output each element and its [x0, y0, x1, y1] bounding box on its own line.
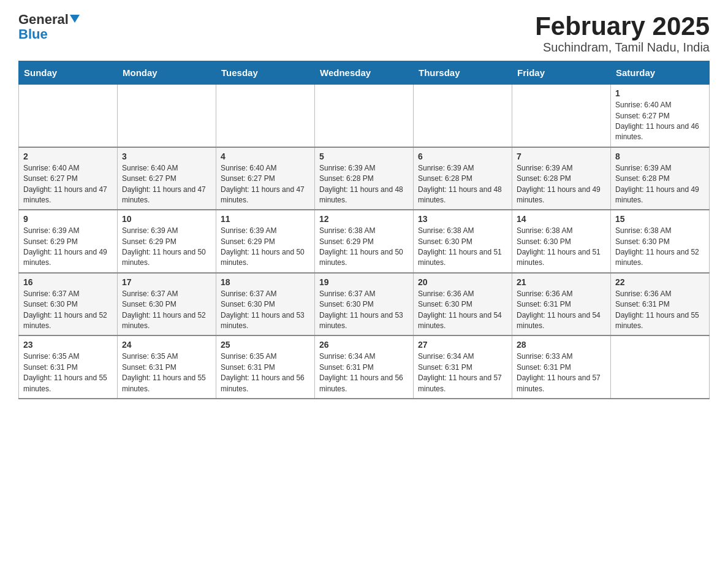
calendar-day-cell: 28Sunrise: 6:33 AM Sunset: 6:31 PM Dayli… [512, 335, 611, 399]
day-info: Sunrise: 6:40 AM Sunset: 6:27 PM Dayligh… [615, 100, 705, 143]
weekday-row: SundayMondayTuesdayWednesdayThursdayFrid… [19, 61, 710, 85]
calendar-day-cell: 13Sunrise: 6:38 AM Sunset: 6:30 PM Dayli… [414, 210, 512, 273]
day-info: Sunrise: 6:37 AM Sunset: 6:30 PM Dayligh… [221, 289, 310, 332]
calendar-day-cell [414, 85, 512, 147]
calendar-day-cell: 12Sunrise: 6:38 AM Sunset: 6:29 PM Dayli… [315, 210, 414, 273]
day-info: Sunrise: 6:33 AM Sunset: 6:31 PM Dayligh… [517, 351, 606, 394]
day-info: Sunrise: 6:38 AM Sunset: 6:30 PM Dayligh… [517, 226, 606, 269]
page-title: February 2025 [535, 12, 710, 40]
day-number: 27 [418, 340, 507, 350]
day-number: 28 [517, 340, 606, 350]
weekday-monday: Monday [118, 61, 216, 85]
calendar-day-cell: 5Sunrise: 6:39 AM Sunset: 6:28 PM Daylig… [315, 147, 414, 210]
calendar-day-cell: 2Sunrise: 6:40 AM Sunset: 6:27 PM Daylig… [19, 147, 118, 210]
day-number: 14 [517, 214, 606, 224]
day-info: Sunrise: 6:36 AM Sunset: 6:30 PM Dayligh… [418, 289, 507, 332]
calendar-day-cell: 4Sunrise: 6:40 AM Sunset: 6:27 PM Daylig… [216, 147, 315, 210]
calendar-day-cell: 19Sunrise: 6:37 AM Sunset: 6:30 PM Dayli… [315, 273, 414, 336]
logo-blue: Blue [18, 27, 80, 42]
calendar-day-cell: 7Sunrise: 6:39 AM Sunset: 6:28 PM Daylig… [512, 147, 611, 210]
day-number: 6 [418, 151, 507, 161]
logo-triangle-icon [70, 15, 80, 23]
day-info: Sunrise: 6:39 AM Sunset: 6:28 PM Dayligh… [517, 163, 606, 206]
page-subtitle: Suchindram, Tamil Nadu, India [535, 40, 710, 55]
calendar-day-cell: 14Sunrise: 6:38 AM Sunset: 6:30 PM Dayli… [512, 210, 611, 273]
day-number: 9 [23, 214, 113, 224]
calendar-day-cell [118, 85, 216, 147]
day-info: Sunrise: 6:34 AM Sunset: 6:31 PM Dayligh… [319, 351, 409, 394]
day-info: Sunrise: 6:35 AM Sunset: 6:31 PM Dayligh… [23, 351, 113, 394]
day-number: 2 [23, 151, 113, 161]
day-info: Sunrise: 6:39 AM Sunset: 6:29 PM Dayligh… [122, 226, 211, 269]
day-info: Sunrise: 6:38 AM Sunset: 6:29 PM Dayligh… [319, 226, 409, 269]
day-info: Sunrise: 6:40 AM Sunset: 6:27 PM Dayligh… [221, 163, 310, 206]
calendar-day-cell: 21Sunrise: 6:36 AM Sunset: 6:31 PM Dayli… [512, 273, 611, 336]
calendar-day-cell: 25Sunrise: 6:35 AM Sunset: 6:31 PM Dayli… [216, 335, 315, 399]
calendar-day-cell: 15Sunrise: 6:38 AM Sunset: 6:30 PM Dayli… [611, 210, 710, 273]
calendar-day-cell: 11Sunrise: 6:39 AM Sunset: 6:29 PM Dayli… [216, 210, 315, 273]
calendar-day-cell: 26Sunrise: 6:34 AM Sunset: 6:31 PM Dayli… [315, 335, 414, 399]
calendar-day-cell [216, 85, 315, 147]
calendar-day-cell: 10Sunrise: 6:39 AM Sunset: 6:29 PM Dayli… [118, 210, 216, 273]
day-number: 22 [615, 277, 705, 287]
page-header: General Blue February 2025 Suchindram, T… [18, 12, 710, 55]
day-number: 4 [221, 151, 310, 161]
day-number: 15 [615, 214, 705, 224]
calendar-week-row: 1Sunrise: 6:40 AM Sunset: 6:27 PM Daylig… [19, 85, 710, 147]
calendar-day-cell: 8Sunrise: 6:39 AM Sunset: 6:28 PM Daylig… [611, 147, 710, 210]
day-number: 23 [23, 340, 113, 350]
calendar-body: 1Sunrise: 6:40 AM Sunset: 6:27 PM Daylig… [19, 85, 710, 399]
title-block: February 2025 Suchindram, Tamil Nadu, In… [535, 12, 710, 55]
day-info: Sunrise: 6:35 AM Sunset: 6:31 PM Dayligh… [221, 351, 310, 394]
day-number: 10 [122, 214, 211, 224]
day-info: Sunrise: 6:38 AM Sunset: 6:30 PM Dayligh… [615, 226, 705, 269]
weekday-tuesday: Tuesday [216, 61, 315, 85]
calendar-day-cell: 3Sunrise: 6:40 AM Sunset: 6:27 PM Daylig… [118, 147, 216, 210]
calendar-day-cell [19, 85, 118, 147]
day-number: 5 [319, 151, 409, 161]
logo: General Blue [18, 12, 80, 42]
day-number: 3 [122, 151, 211, 161]
day-info: Sunrise: 6:37 AM Sunset: 6:30 PM Dayligh… [122, 289, 211, 332]
day-info: Sunrise: 6:39 AM Sunset: 6:29 PM Dayligh… [23, 226, 113, 269]
calendar-day-cell: 24Sunrise: 6:35 AM Sunset: 6:31 PM Dayli… [118, 335, 216, 399]
day-number: 21 [517, 277, 606, 287]
day-info: Sunrise: 6:38 AM Sunset: 6:30 PM Dayligh… [418, 226, 507, 269]
calendar-day-cell: 9Sunrise: 6:39 AM Sunset: 6:29 PM Daylig… [19, 210, 118, 273]
calendar-week-row: 23Sunrise: 6:35 AM Sunset: 6:31 PM Dayli… [19, 335, 710, 399]
day-number: 18 [221, 277, 310, 287]
day-number: 20 [418, 277, 507, 287]
day-info: Sunrise: 6:39 AM Sunset: 6:29 PM Dayligh… [221, 226, 310, 269]
day-info: Sunrise: 6:39 AM Sunset: 6:28 PM Dayligh… [615, 163, 705, 206]
weekday-wednesday: Wednesday [315, 61, 414, 85]
weekday-sunday: Sunday [19, 61, 118, 85]
day-info: Sunrise: 6:36 AM Sunset: 6:31 PM Dayligh… [517, 289, 606, 332]
day-info: Sunrise: 6:34 AM Sunset: 6:31 PM Dayligh… [418, 351, 507, 394]
day-number: 19 [319, 277, 409, 287]
calendar-day-cell: 20Sunrise: 6:36 AM Sunset: 6:30 PM Dayli… [414, 273, 512, 336]
calendar-day-cell: 18Sunrise: 6:37 AM Sunset: 6:30 PM Dayli… [216, 273, 315, 336]
calendar-day-cell: 22Sunrise: 6:36 AM Sunset: 6:31 PM Dayli… [611, 273, 710, 336]
calendar-day-cell: 6Sunrise: 6:39 AM Sunset: 6:28 PM Daylig… [414, 147, 512, 210]
day-number: 11 [221, 214, 310, 224]
day-number: 24 [122, 340, 211, 350]
day-info: Sunrise: 6:39 AM Sunset: 6:28 PM Dayligh… [319, 163, 409, 206]
calendar-day-cell: 27Sunrise: 6:34 AM Sunset: 6:31 PM Dayli… [414, 335, 512, 399]
logo-general: General [18, 12, 80, 27]
calendar-header: SundayMondayTuesdayWednesdayThursdayFrid… [19, 61, 710, 85]
day-number: 16 [23, 277, 113, 287]
calendar-day-cell [611, 335, 710, 399]
calendar-day-cell: 1Sunrise: 6:40 AM Sunset: 6:27 PM Daylig… [611, 85, 710, 147]
weekday-saturday: Saturday [611, 61, 710, 85]
day-info: Sunrise: 6:35 AM Sunset: 6:31 PM Dayligh… [122, 351, 211, 394]
calendar-day-cell: 17Sunrise: 6:37 AM Sunset: 6:30 PM Dayli… [118, 273, 216, 336]
calendar-day-cell: 23Sunrise: 6:35 AM Sunset: 6:31 PM Dayli… [19, 335, 118, 399]
day-info: Sunrise: 6:36 AM Sunset: 6:31 PM Dayligh… [615, 289, 705, 332]
calendar-day-cell: 16Sunrise: 6:37 AM Sunset: 6:30 PM Dayli… [19, 273, 118, 336]
day-number: 17 [122, 277, 211, 287]
day-info: Sunrise: 6:37 AM Sunset: 6:30 PM Dayligh… [23, 289, 113, 332]
day-info: Sunrise: 6:37 AM Sunset: 6:30 PM Dayligh… [319, 289, 409, 332]
calendar-day-cell [512, 85, 611, 147]
calendar-table: SundayMondayTuesdayWednesdayThursdayFrid… [18, 61, 710, 399]
calendar-week-row: 16Sunrise: 6:37 AM Sunset: 6:30 PM Dayli… [19, 273, 710, 336]
